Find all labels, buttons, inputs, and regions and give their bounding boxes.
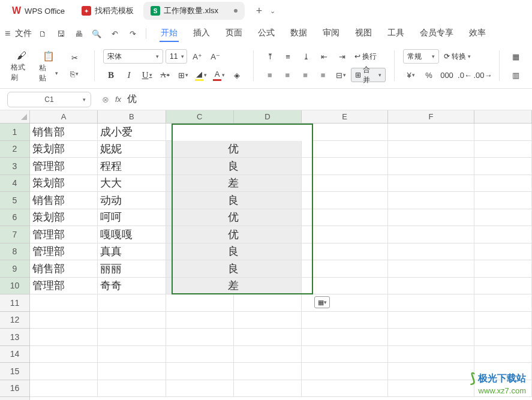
- decrease-indent-button[interactable]: ⇤: [316, 49, 332, 64]
- cell[interactable]: [302, 192, 388, 209]
- cell[interactable]: [388, 158, 474, 175]
- cell[interactable]: [474, 124, 532, 141]
- undo-button[interactable]: ↶: [106, 25, 123, 42]
- row-header[interactable]: 10: [0, 278, 29, 295]
- cell[interactable]: [302, 141, 388, 158]
- select-all-corner[interactable]: [0, 110, 30, 124]
- row-header[interactable]: 3: [0, 158, 29, 175]
- cell-merged[interactable]: 良: [166, 243, 302, 261]
- cell[interactable]: [98, 312, 166, 329]
- cell-styles-button[interactable]: ▦: [508, 49, 524, 64]
- font-size-select[interactable]: 11 ▾: [166, 49, 187, 64]
- convert-button[interactable]: ⟳ 转换 ▾: [441, 49, 473, 64]
- cell-merged[interactable]: 良: [166, 192, 302, 209]
- cell-merged[interactable]: 良: [166, 260, 302, 278]
- cell-merged[interactable]: 优: [166, 141, 302, 158]
- cell[interactable]: [166, 312, 234, 329]
- paste-button[interactable]: 📋 粘贴▾: [37, 49, 61, 82]
- menu-data[interactable]: 数据: [289, 25, 308, 42]
- cell[interactable]: [166, 294, 234, 312]
- cell[interactable]: [30, 346, 98, 363]
- cell[interactable]: [388, 260, 474, 278]
- cell[interactable]: [474, 209, 532, 227]
- menu-efficiency[interactable]: 效率: [468, 25, 487, 42]
- cell[interactable]: [388, 124, 474, 141]
- save-button[interactable]: 🖫: [52, 25, 69, 42]
- cell-merged[interactable]: 优: [166, 209, 302, 227]
- align-bottom-button[interactable]: ⤓: [298, 49, 314, 64]
- cell[interactable]: [474, 346, 532, 363]
- cell[interactable]: [388, 312, 474, 329]
- align-center-button[interactable]: ≡: [280, 68, 296, 82]
- cell[interactable]: [166, 363, 234, 380]
- cell[interactable]: 管理部: [30, 158, 98, 175]
- row-header[interactable]: 8: [0, 243, 29, 261]
- font-name-select[interactable]: 宋体 ▾: [103, 49, 163, 64]
- cell[interactable]: [388, 294, 474, 312]
- col-header-E[interactable]: E: [302, 110, 388, 123]
- row-header[interactable]: 7: [0, 226, 29, 243]
- cell-merged[interactable]: 差: [166, 175, 302, 193]
- cell[interactable]: 妮妮: [98, 141, 166, 158]
- justify-button[interactable]: ≡: [315, 68, 331, 82]
- cell-merged[interactable]: 差: [166, 278, 302, 295]
- increase-font-button[interactable]: A⁺: [190, 49, 205, 64]
- cell[interactable]: [30, 312, 98, 329]
- row-header[interactable]: 9: [0, 260, 29, 278]
- cell[interactable]: 成小爱: [98, 124, 166, 141]
- row-header[interactable]: 4: [0, 175, 29, 193]
- menu-tools[interactable]: 工具: [386, 25, 405, 42]
- print-button[interactable]: 🖶: [70, 25, 87, 42]
- cell[interactable]: [388, 209, 474, 227]
- cell[interactable]: 策划部: [30, 141, 98, 158]
- cell[interactable]: [30, 294, 98, 312]
- col-header-C[interactable]: C: [166, 110, 234, 123]
- cell[interactable]: 管理部: [30, 278, 98, 295]
- cell[interactable]: 管理部: [30, 226, 98, 243]
- cell[interactable]: [388, 380, 474, 398]
- cell[interactable]: [388, 278, 474, 295]
- cell[interactable]: [98, 329, 166, 346]
- formula-value[interactable]: 优: [127, 93, 137, 106]
- menu-start[interactable]: 开始: [160, 25, 179, 42]
- cell[interactable]: [98, 380, 166, 398]
- menu-insert[interactable]: 插入: [192, 25, 211, 42]
- name-box[interactable]: C1 ▾: [7, 92, 91, 107]
- col-header-D[interactable]: D: [234, 110, 302, 123]
- cancel-icon[interactable]: ⊗: [102, 95, 109, 104]
- cell[interactable]: [302, 243, 388, 261]
- row-header[interactable]: 6: [0, 209, 29, 227]
- cell[interactable]: [474, 226, 532, 243]
- merge-button[interactable]: ⊞ 合并 ▾: [351, 68, 386, 82]
- cell[interactable]: 奇奇: [98, 278, 166, 295]
- cell[interactable]: 程程: [98, 158, 166, 175]
- row-header[interactable]: 1: [0, 124, 29, 141]
- underline-button[interactable]: U▾: [139, 68, 155, 82]
- cell[interactable]: [302, 346, 388, 363]
- cell[interactable]: [30, 380, 98, 398]
- cell[interactable]: [474, 141, 532, 158]
- cell[interactable]: [388, 329, 474, 346]
- cell[interactable]: 真真: [98, 243, 166, 261]
- cell[interactable]: [474, 158, 532, 175]
- align-left-button[interactable]: ≡: [262, 68, 278, 82]
- fill-color-button[interactable]: ◢ ▾: [193, 68, 209, 82]
- cell[interactable]: 策划部: [30, 209, 98, 227]
- cell[interactable]: [388, 243, 474, 261]
- cell[interactable]: [166, 329, 234, 346]
- cell[interactable]: [388, 192, 474, 209]
- cell[interactable]: 大大: [98, 175, 166, 193]
- orientation-button[interactable]: ⊟▾: [333, 68, 348, 82]
- row-header[interactable]: 12: [0, 312, 29, 329]
- cell[interactable]: [302, 380, 388, 398]
- cell[interactable]: [166, 380, 234, 398]
- cell[interactable]: [474, 278, 532, 295]
- add-tab-button[interactable]: +: [252, 4, 266, 18]
- menu-view[interactable]: 视图: [354, 25, 373, 42]
- cell[interactable]: [388, 346, 474, 363]
- strikethrough-button[interactable]: A▾: [157, 68, 173, 82]
- cell[interactable]: 丽丽: [98, 260, 166, 278]
- cell[interactable]: 呵呵: [98, 209, 166, 227]
- redo-button[interactable]: ↷: [124, 25, 141, 42]
- cell[interactable]: [474, 192, 532, 209]
